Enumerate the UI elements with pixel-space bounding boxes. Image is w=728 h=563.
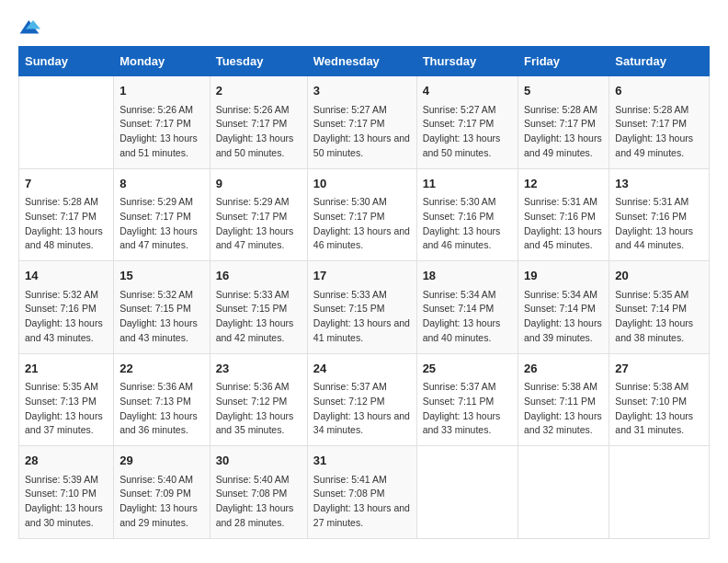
sunrise: Sunrise: 5:26 AM xyxy=(119,104,193,115)
daylight: Daylight: 13 hours and 39 minutes. xyxy=(524,317,602,343)
day-cell: 13 Sunrise: 5:31 AM Sunset: 7:16 PM Dayl… xyxy=(609,168,710,261)
day-cell: 5 Sunrise: 5:28 AM Sunset: 7:17 PM Dayli… xyxy=(518,76,609,169)
cell-info: Sunrise: 5:31 AM Sunset: 7:16 PM Dayligh… xyxy=(524,195,603,253)
sunset: Sunset: 7:15 PM xyxy=(313,303,385,314)
daylight: Daylight: 13 hours and 27 minutes. xyxy=(313,502,410,528)
sunrise: Sunrise: 5:40 AM xyxy=(119,474,193,485)
sunrise: Sunrise: 5:27 AM xyxy=(313,104,387,115)
day-number: 30 xyxy=(216,452,301,470)
cell-info: Sunrise: 5:34 AM Sunset: 7:14 PM Dayligh… xyxy=(524,288,603,346)
day-cell: 8 Sunrise: 5:29 AM Sunset: 7:17 PM Dayli… xyxy=(114,168,210,261)
day-cell: 7 Sunrise: 5:28 AM Sunset: 7:17 PM Dayli… xyxy=(19,168,114,261)
sunrise: Sunrise: 5:34 AM xyxy=(423,289,496,300)
sunset: Sunset: 7:17 PM xyxy=(313,118,385,129)
header-cell-sunday: Sunday xyxy=(19,47,114,76)
sunrise: Sunrise: 5:31 AM xyxy=(524,196,597,207)
sunset: Sunset: 7:08 PM xyxy=(216,488,288,499)
sunset: Sunset: 7:10 PM xyxy=(615,396,687,407)
daylight: Daylight: 13 hours and 48 minutes. xyxy=(25,225,103,251)
day-number: 19 xyxy=(524,267,603,285)
day-cell: 27 Sunrise: 5:38 AM Sunset: 7:10 PM Dayl… xyxy=(609,353,710,446)
cell-info: Sunrise: 5:36 AM Sunset: 7:13 PM Dayligh… xyxy=(119,380,204,438)
week-row-4: 21 Sunrise: 5:35 AM Sunset: 7:13 PM Dayl… xyxy=(19,353,710,446)
sunset: Sunset: 7:09 PM xyxy=(119,488,191,499)
calendar-table: SundayMondayTuesdayWednesdayThursdayFrid… xyxy=(18,46,710,539)
cell-info: Sunrise: 5:37 AM Sunset: 7:12 PM Dayligh… xyxy=(313,380,411,438)
week-row-5: 28 Sunrise: 5:39 AM Sunset: 7:10 PM Dayl… xyxy=(19,446,710,539)
day-cell: 4 Sunrise: 5:27 AM Sunset: 7:17 PM Dayli… xyxy=(416,76,518,169)
day-cell: 10 Sunrise: 5:30 AM Sunset: 7:17 PM Dayl… xyxy=(307,168,416,261)
daylight: Daylight: 13 hours and 47 minutes. xyxy=(216,225,294,251)
day-number: 18 xyxy=(423,267,512,285)
logo xyxy=(18,18,44,37)
header-cell-monday: Monday xyxy=(114,47,210,76)
daylight: Daylight: 13 hours and 49 minutes. xyxy=(524,132,602,158)
day-number: 24 xyxy=(313,360,411,378)
day-cell: 28 Sunrise: 5:39 AM Sunset: 7:10 PM Dayl… xyxy=(19,446,114,539)
day-number: 8 xyxy=(119,175,204,193)
cell-info: Sunrise: 5:28 AM Sunset: 7:17 PM Dayligh… xyxy=(25,195,108,253)
sunset: Sunset: 7:16 PM xyxy=(25,303,97,314)
day-cell: 6 Sunrise: 5:28 AM Sunset: 7:17 PM Dayli… xyxy=(609,76,710,169)
sunset: Sunset: 7:16 PM xyxy=(524,211,596,222)
sunrise: Sunrise: 5:33 AM xyxy=(216,289,290,300)
sunrise: Sunrise: 5:35 AM xyxy=(25,381,98,392)
sunset: Sunset: 7:16 PM xyxy=(423,211,495,222)
day-number: 27 xyxy=(615,360,703,378)
sunrise: Sunrise: 5:26 AM xyxy=(216,104,290,115)
sunrise: Sunrise: 5:36 AM xyxy=(216,381,290,392)
cell-info: Sunrise: 5:29 AM Sunset: 7:17 PM Dayligh… xyxy=(216,195,301,253)
week-row-2: 7 Sunrise: 5:28 AM Sunset: 7:17 PM Dayli… xyxy=(19,168,710,261)
week-row-1: 1 Sunrise: 5:26 AM Sunset: 7:17 PM Dayli… xyxy=(19,76,710,169)
day-cell: 26 Sunrise: 5:38 AM Sunset: 7:11 PM Dayl… xyxy=(518,353,609,446)
daylight: Daylight: 13 hours and 51 minutes. xyxy=(119,132,198,158)
header-cell-friday: Friday xyxy=(518,47,609,76)
day-number: 7 xyxy=(25,175,108,193)
sunrise: Sunrise: 5:31 AM xyxy=(615,196,688,207)
cell-info: Sunrise: 5:40 AM Sunset: 7:09 PM Dayligh… xyxy=(119,473,204,531)
cell-info: Sunrise: 5:38 AM Sunset: 7:10 PM Dayligh… xyxy=(615,380,703,438)
day-cell: 24 Sunrise: 5:37 AM Sunset: 7:12 PM Dayl… xyxy=(307,353,416,446)
cell-info: Sunrise: 5:39 AM Sunset: 7:10 PM Dayligh… xyxy=(25,473,108,531)
day-number: 11 xyxy=(423,175,512,193)
sunset: Sunset: 7:17 PM xyxy=(216,118,288,129)
sunset: Sunset: 7:17 PM xyxy=(119,118,191,129)
sunrise: Sunrise: 5:32 AM xyxy=(25,289,98,300)
sunset: Sunset: 7:14 PM xyxy=(615,303,687,314)
daylight: Daylight: 13 hours and 43 minutes. xyxy=(119,317,198,343)
day-number: 21 xyxy=(25,360,108,378)
day-number: 15 xyxy=(119,267,204,285)
sunset: Sunset: 7:15 PM xyxy=(216,303,288,314)
day-number: 20 xyxy=(615,267,703,285)
day-number: 29 xyxy=(119,452,204,470)
day-number: 23 xyxy=(216,360,301,378)
daylight: Daylight: 13 hours and 42 minutes. xyxy=(216,317,294,343)
daylight: Daylight: 13 hours and 43 minutes. xyxy=(25,317,103,343)
cell-info: Sunrise: 5:33 AM Sunset: 7:15 PM Dayligh… xyxy=(313,288,411,346)
day-number: 6 xyxy=(615,82,703,100)
day-cell: 12 Sunrise: 5:31 AM Sunset: 7:16 PM Dayl… xyxy=(518,168,609,261)
day-cell: 29 Sunrise: 5:40 AM Sunset: 7:09 PM Dayl… xyxy=(114,446,210,539)
sunrise: Sunrise: 5:32 AM xyxy=(119,289,193,300)
daylight: Daylight: 13 hours and 30 minutes. xyxy=(25,502,103,528)
daylight: Daylight: 13 hours and 46 minutes. xyxy=(313,225,410,251)
daylight: Daylight: 13 hours and 31 minutes. xyxy=(615,410,693,436)
header-cell-wednesday: Wednesday xyxy=(307,47,416,76)
day-number: 17 xyxy=(313,267,411,285)
day-number: 9 xyxy=(216,175,301,193)
sunrise: Sunrise: 5:27 AM xyxy=(423,104,496,115)
sunset: Sunset: 7:11 PM xyxy=(423,396,495,407)
day-cell: 16 Sunrise: 5:33 AM Sunset: 7:15 PM Dayl… xyxy=(210,261,307,354)
header xyxy=(18,18,710,37)
sunrise: Sunrise: 5:37 AM xyxy=(313,381,387,392)
sunrise: Sunrise: 5:41 AM xyxy=(313,474,387,485)
cell-info: Sunrise: 5:35 AM Sunset: 7:14 PM Dayligh… xyxy=(615,288,703,346)
daylight: Daylight: 13 hours and 44 minutes. xyxy=(615,225,693,251)
day-cell: 9 Sunrise: 5:29 AM Sunset: 7:17 PM Dayli… xyxy=(210,168,307,261)
day-number: 4 xyxy=(423,82,512,100)
week-row-3: 14 Sunrise: 5:32 AM Sunset: 7:16 PM Dayl… xyxy=(19,261,710,354)
daylight: Daylight: 13 hours and 37 minutes. xyxy=(25,410,103,436)
cell-info: Sunrise: 5:26 AM Sunset: 7:17 PM Dayligh… xyxy=(119,103,204,161)
daylight: Daylight: 13 hours and 49 minutes. xyxy=(615,132,693,158)
day-number: 28 xyxy=(25,452,108,470)
